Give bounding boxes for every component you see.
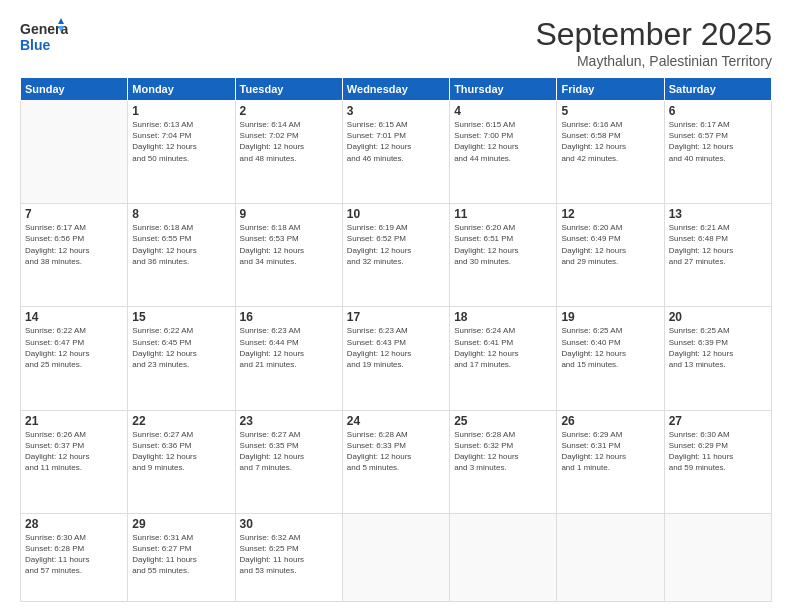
day-number: 9 xyxy=(240,207,338,221)
day-info: Sunrise: 6:30 AMSunset: 6:28 PMDaylight:… xyxy=(25,532,123,577)
day-number: 3 xyxy=(347,104,445,118)
logo-icon: General Blue xyxy=(20,16,68,56)
table-row: 24Sunrise: 6:28 AMSunset: 6:33 PMDayligh… xyxy=(342,410,449,513)
day-number: 22 xyxy=(132,414,230,428)
day-info: Sunrise: 6:17 AMSunset: 6:56 PMDaylight:… xyxy=(25,222,123,267)
table-row: 1Sunrise: 6:13 AMSunset: 7:04 PMDaylight… xyxy=(128,101,235,204)
day-info: Sunrise: 6:18 AMSunset: 6:53 PMDaylight:… xyxy=(240,222,338,267)
day-info: Sunrise: 6:20 AMSunset: 6:49 PMDaylight:… xyxy=(561,222,659,267)
day-info: Sunrise: 6:23 AMSunset: 6:43 PMDaylight:… xyxy=(347,325,445,370)
table-row: 19Sunrise: 6:25 AMSunset: 6:40 PMDayligh… xyxy=(557,307,664,410)
day-number: 20 xyxy=(669,310,767,324)
table-row: 27Sunrise: 6:30 AMSunset: 6:29 PMDayligh… xyxy=(664,410,771,513)
day-info: Sunrise: 6:32 AMSunset: 6:25 PMDaylight:… xyxy=(240,532,338,577)
day-info: Sunrise: 6:15 AMSunset: 7:00 PMDaylight:… xyxy=(454,119,552,164)
day-info: Sunrise: 6:17 AMSunset: 6:57 PMDaylight:… xyxy=(669,119,767,164)
table-row: 9Sunrise: 6:18 AMSunset: 6:53 PMDaylight… xyxy=(235,204,342,307)
table-row: 6Sunrise: 6:17 AMSunset: 6:57 PMDaylight… xyxy=(664,101,771,204)
table-row: 17Sunrise: 6:23 AMSunset: 6:43 PMDayligh… xyxy=(342,307,449,410)
day-number: 8 xyxy=(132,207,230,221)
day-number: 4 xyxy=(454,104,552,118)
day-number: 11 xyxy=(454,207,552,221)
day-number: 16 xyxy=(240,310,338,324)
day-number: 29 xyxy=(132,517,230,531)
day-number: 5 xyxy=(561,104,659,118)
day-number: 10 xyxy=(347,207,445,221)
table-row: 28Sunrise: 6:30 AMSunset: 6:28 PMDayligh… xyxy=(21,513,128,601)
header-friday: Friday xyxy=(557,78,664,101)
table-row: 20Sunrise: 6:25 AMSunset: 6:39 PMDayligh… xyxy=(664,307,771,410)
day-info: Sunrise: 6:29 AMSunset: 6:31 PMDaylight:… xyxy=(561,429,659,474)
table-row: 23Sunrise: 6:27 AMSunset: 6:35 PMDayligh… xyxy=(235,410,342,513)
day-info: Sunrise: 6:15 AMSunset: 7:01 PMDaylight:… xyxy=(347,119,445,164)
table-row xyxy=(450,513,557,601)
day-info: Sunrise: 6:20 AMSunset: 6:51 PMDaylight:… xyxy=(454,222,552,267)
table-row: 26Sunrise: 6:29 AMSunset: 6:31 PMDayligh… xyxy=(557,410,664,513)
header-monday: Monday xyxy=(128,78,235,101)
day-info: Sunrise: 6:30 AMSunset: 6:29 PMDaylight:… xyxy=(669,429,767,474)
day-number: 27 xyxy=(669,414,767,428)
table-row: 30Sunrise: 6:32 AMSunset: 6:25 PMDayligh… xyxy=(235,513,342,601)
table-row: 14Sunrise: 6:22 AMSunset: 6:47 PMDayligh… xyxy=(21,307,128,410)
table-row: 11Sunrise: 6:20 AMSunset: 6:51 PMDayligh… xyxy=(450,204,557,307)
day-info: Sunrise: 6:25 AMSunset: 6:39 PMDaylight:… xyxy=(669,325,767,370)
table-row xyxy=(342,513,449,601)
table-row: 5Sunrise: 6:16 AMSunset: 6:58 PMDaylight… xyxy=(557,101,664,204)
day-number: 6 xyxy=(669,104,767,118)
day-number: 1 xyxy=(132,104,230,118)
table-row: 16Sunrise: 6:23 AMSunset: 6:44 PMDayligh… xyxy=(235,307,342,410)
day-info: Sunrise: 6:14 AMSunset: 7:02 PMDaylight:… xyxy=(240,119,338,164)
table-row: 18Sunrise: 6:24 AMSunset: 6:41 PMDayligh… xyxy=(450,307,557,410)
day-info: Sunrise: 6:19 AMSunset: 6:52 PMDaylight:… xyxy=(347,222,445,267)
table-row: 13Sunrise: 6:21 AMSunset: 6:48 PMDayligh… xyxy=(664,204,771,307)
day-number: 24 xyxy=(347,414,445,428)
day-number: 21 xyxy=(25,414,123,428)
day-info: Sunrise: 6:16 AMSunset: 6:58 PMDaylight:… xyxy=(561,119,659,164)
header: General Blue September 2025 Maythalun, P… xyxy=(20,16,772,69)
day-info: Sunrise: 6:27 AMSunset: 6:35 PMDaylight:… xyxy=(240,429,338,474)
table-row xyxy=(21,101,128,204)
header-saturday: Saturday xyxy=(664,78,771,101)
logo: General Blue xyxy=(20,16,68,56)
table-row xyxy=(664,513,771,601)
day-number: 17 xyxy=(347,310,445,324)
day-number: 28 xyxy=(25,517,123,531)
day-info: Sunrise: 6:13 AMSunset: 7:04 PMDaylight:… xyxy=(132,119,230,164)
svg-text:Blue: Blue xyxy=(20,37,51,53)
day-number: 19 xyxy=(561,310,659,324)
day-info: Sunrise: 6:28 AMSunset: 6:33 PMDaylight:… xyxy=(347,429,445,474)
month-title: September 2025 xyxy=(535,16,772,53)
day-info: Sunrise: 6:26 AMSunset: 6:37 PMDaylight:… xyxy=(25,429,123,474)
day-info: Sunrise: 6:23 AMSunset: 6:44 PMDaylight:… xyxy=(240,325,338,370)
day-number: 2 xyxy=(240,104,338,118)
location: Maythalun, Palestinian Territory xyxy=(535,53,772,69)
table-row: 7Sunrise: 6:17 AMSunset: 6:56 PMDaylight… xyxy=(21,204,128,307)
day-info: Sunrise: 6:27 AMSunset: 6:36 PMDaylight:… xyxy=(132,429,230,474)
day-info: Sunrise: 6:24 AMSunset: 6:41 PMDaylight:… xyxy=(454,325,552,370)
calendar-table: Sunday Monday Tuesday Wednesday Thursday… xyxy=(20,77,772,602)
day-info: Sunrise: 6:31 AMSunset: 6:27 PMDaylight:… xyxy=(132,532,230,577)
header-sunday: Sunday xyxy=(21,78,128,101)
table-row: 2Sunrise: 6:14 AMSunset: 7:02 PMDaylight… xyxy=(235,101,342,204)
day-number: 7 xyxy=(25,207,123,221)
day-number: 12 xyxy=(561,207,659,221)
day-number: 23 xyxy=(240,414,338,428)
header-wednesday: Wednesday xyxy=(342,78,449,101)
day-info: Sunrise: 6:22 AMSunset: 6:45 PMDaylight:… xyxy=(132,325,230,370)
title-section: September 2025 Maythalun, Palestinian Te… xyxy=(535,16,772,69)
table-row: 29Sunrise: 6:31 AMSunset: 6:27 PMDayligh… xyxy=(128,513,235,601)
day-number: 30 xyxy=(240,517,338,531)
calendar-header-row: Sunday Monday Tuesday Wednesday Thursday… xyxy=(21,78,772,101)
header-tuesday: Tuesday xyxy=(235,78,342,101)
table-row: 10Sunrise: 6:19 AMSunset: 6:52 PMDayligh… xyxy=(342,204,449,307)
table-row: 22Sunrise: 6:27 AMSunset: 6:36 PMDayligh… xyxy=(128,410,235,513)
table-row: 21Sunrise: 6:26 AMSunset: 6:37 PMDayligh… xyxy=(21,410,128,513)
table-row xyxy=(557,513,664,601)
day-number: 25 xyxy=(454,414,552,428)
day-info: Sunrise: 6:18 AMSunset: 6:55 PMDaylight:… xyxy=(132,222,230,267)
table-row: 25Sunrise: 6:28 AMSunset: 6:32 PMDayligh… xyxy=(450,410,557,513)
day-number: 26 xyxy=(561,414,659,428)
table-row: 15Sunrise: 6:22 AMSunset: 6:45 PMDayligh… xyxy=(128,307,235,410)
day-info: Sunrise: 6:21 AMSunset: 6:48 PMDaylight:… xyxy=(669,222,767,267)
table-row: 8Sunrise: 6:18 AMSunset: 6:55 PMDaylight… xyxy=(128,204,235,307)
